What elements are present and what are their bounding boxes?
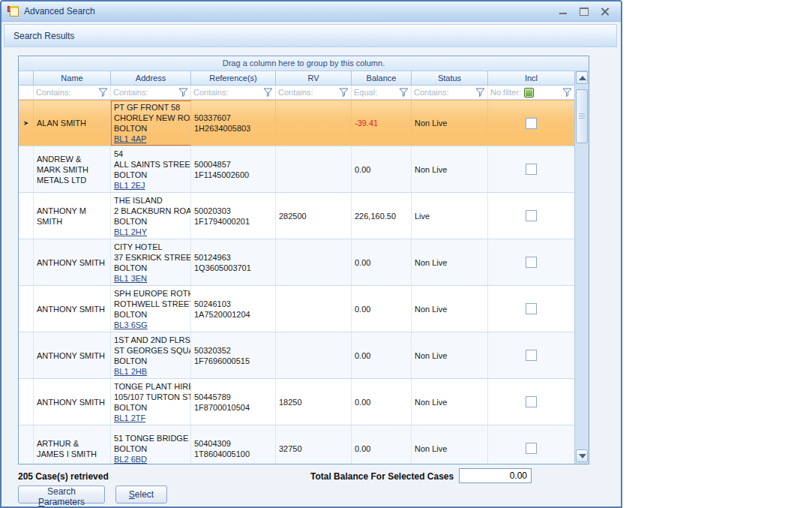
references-cell[interactable]: 504043091T8604005100 <box>191 425 276 464</box>
table-row[interactable]: ANTHONY SMITHTONGE PLANT HIRE105/107 TUR… <box>19 379 574 425</box>
close-icon[interactable] <box>600 7 610 16</box>
address-cell[interactable]: 51 TONGE BRIDGE W.BOLTONBL2 6BD <box>111 425 191 464</box>
group-by-bar[interactable]: Drag a column here to group by this colu… <box>19 56 589 71</box>
scroll-up-button[interactable] <box>576 71 588 84</box>
balance-cell[interactable]: 0.00 <box>352 425 412 464</box>
status-cell[interactable]: Non Live <box>412 239 488 285</box>
status-cell[interactable]: Non Live <box>412 425 488 464</box>
column-header-rv[interactable]: RV <box>276 71 352 86</box>
address-cell[interactable]: SPH EUROPE ROTHWROTHWELL STREETBOLTONBL3… <box>111 286 191 332</box>
filter-cell-name[interactable]: Contains: <box>34 86 111 99</box>
postcode-link[interactable]: BL1 2HB <box>114 367 147 376</box>
name-cell[interactable]: ANTHONY M SMITH <box>34 193 111 239</box>
vertical-scrollbar[interactable] <box>574 71 589 464</box>
incl-cell[interactable] <box>488 239 574 285</box>
rv-cell[interactable]: 32750 <box>276 425 352 464</box>
filter-cell-references[interactable]: Contains: <box>191 86 276 99</box>
balance-cell[interactable]: 0.00 <box>352 379 412 425</box>
references-cell[interactable]: 502461031A7520001204 <box>191 286 276 332</box>
table-row[interactable]: ANDREW & MARK SMITH METALS LTD54ALL SAIN… <box>19 146 574 193</box>
rv-cell[interactable]: 18250 <box>276 379 352 425</box>
column-header-name[interactable]: Name <box>34 71 111 86</box>
status-cell[interactable]: Non Live <box>412 101 488 146</box>
postcode-link[interactable]: BL1 2TF <box>114 413 145 422</box>
postcode-link[interactable]: BL1 2HY <box>114 227 147 236</box>
address-cell[interactable]: TONGE PLANT HIRE105/107 TURTON STRBOLTON… <box>111 379 191 425</box>
references-cell[interactable]: 503203521F7696000515 <box>191 332 276 378</box>
name-cell[interactable]: ANTHONY SMITH <box>34 286 111 332</box>
scroll-down-button[interactable] <box>576 449 588 462</box>
status-cell[interactable]: Non Live <box>412 146 488 192</box>
name-cell[interactable]: ANDREW & MARK SMITH METALS LTD <box>34 146 111 192</box>
references-cell[interactable]: 501249631Q3605003701 <box>191 239 276 285</box>
incl-cell[interactable] <box>488 101 574 146</box>
incl-checkbox[interactable] <box>526 118 537 129</box>
column-header-incl[interactable]: Incl <box>488 71 574 86</box>
incl-checkbox[interactable] <box>526 396 537 407</box>
name-cell[interactable]: ARTHUR & JAMES I SMITH <box>34 425 111 464</box>
no-filter-state-icon[interactable] <box>524 88 534 98</box>
table-row[interactable]: ANTHONY SMITH1ST AND 2ND FLRS UST GEORGE… <box>19 332 574 379</box>
balance-cell[interactable]: 0.00 <box>352 286 412 332</box>
minimize-icon[interactable] <box>558 7 568 16</box>
incl-cell[interactable] <box>488 425 574 464</box>
incl-checkbox[interactable] <box>526 257 537 268</box>
search-parameters-button[interactable]: Search Parameters <box>18 485 105 503</box>
rv-cell[interactable] <box>276 239 352 285</box>
titlebar[interactable]: Advanced Search <box>1 2 621 22</box>
name-cell[interactable]: ANTHONY SMITH <box>34 332 111 378</box>
funnel-filter-icon[interactable] <box>339 88 349 97</box>
column-header-references[interactable]: Reference(s) <box>191 71 276 86</box>
incl-checkbox[interactable] <box>526 164 537 175</box>
maximize-icon[interactable] <box>579 7 589 16</box>
incl-cell[interactable] <box>488 286 574 332</box>
balance-cell[interactable]: 0.00 <box>352 239 412 285</box>
name-cell[interactable]: ANTHONY SMITH <box>34 239 111 285</box>
name-cell[interactable]: ANTHONY SMITH <box>34 379 111 425</box>
references-cell[interactable]: 500048571F1145002600 <box>191 146 276 192</box>
balance-cell[interactable]: 0.00 <box>352 332 412 378</box>
total-balance-input[interactable] <box>459 468 532 483</box>
rv-cell[interactable] <box>276 332 352 378</box>
postcode-link[interactable]: BL1 2EJ <box>114 181 145 190</box>
rv-cell[interactable] <box>276 101 352 146</box>
incl-cell[interactable] <box>488 146 574 192</box>
funnel-filter-icon[interactable] <box>263 88 273 97</box>
column-header-address[interactable]: Address <box>111 71 191 86</box>
table-row[interactable]: ➤ALAN SMITHPT GF FRONT 58CHORLEY NEW ROA… <box>19 100 574 146</box>
funnel-filter-icon[interactable] <box>98 88 108 97</box>
filter-cell-rv[interactable]: Contains: <box>276 86 352 99</box>
rv-cell[interactable]: 282500 <box>276 193 352 239</box>
filter-cell-incl[interactable]: No filter: <box>488 86 574 99</box>
address-cell[interactable]: CITY HOTEL37 ESKRICK STREETBOLTONBL1 3EN <box>111 239 191 285</box>
table-row[interactable]: ANTHONY M SMITHTHE ISLAND2 BLACKBURN ROA… <box>19 193 574 239</box>
table-row[interactable]: ARTHUR & JAMES I SMITH51 TONGE BRIDGE W.… <box>19 425 574 464</box>
references-cell[interactable]: 500203031F1794000201 <box>191 193 276 239</box>
rv-cell[interactable] <box>276 286 352 332</box>
filter-cell-address[interactable]: Contains: <box>111 86 191 99</box>
funnel-filter-icon[interactable] <box>178 88 188 97</box>
funnel-filter-icon[interactable] <box>475 88 485 97</box>
funnel-filter-icon[interactable] <box>562 88 572 97</box>
status-cell[interactable]: Live <box>412 193 488 239</box>
balance-cell[interactable]: 0.00 <box>352 146 412 192</box>
postcode-link[interactable]: BL1 4AP <box>114 134 146 143</box>
table-row[interactable]: ANTHONY SMITHCITY HOTEL37 ESKRICK STREET… <box>19 239 574 286</box>
balance-cell[interactable]: 226,160.50 <box>352 193 412 239</box>
column-header-balance[interactable]: Balance <box>352 71 412 86</box>
references-cell[interactable]: 504457891F8700010504 <box>191 379 276 425</box>
balance-cell[interactable]: -39.41 <box>352 101 412 146</box>
tab-search-results[interactable]: Search Results <box>4 24 617 47</box>
column-header-status[interactable]: Status <box>412 71 488 86</box>
incl-cell[interactable] <box>488 379 574 425</box>
scrollbar-thumb[interactable] <box>576 89 588 143</box>
postcode-link[interactable]: BL3 6SG <box>114 320 148 329</box>
status-cell[interactable]: Non Live <box>412 379 488 425</box>
rv-cell[interactable] <box>276 146 352 192</box>
address-cell[interactable]: 54ALL SAINTS STREETBOLTONBL1 2EJ <box>111 146 191 192</box>
references-cell[interactable]: 503376071H2634005803 <box>191 101 276 146</box>
filter-cell-balance[interactable]: Equal: <box>352 86 412 99</box>
status-cell[interactable]: Non Live <box>412 332 488 378</box>
address-cell[interactable]: PT GF FRONT 58CHORLEY NEW ROADBOLTONBL1 … <box>111 101 191 146</box>
address-cell[interactable]: THE ISLAND2 BLACKBURN ROADBOLTONBL1 2HY <box>111 193 191 239</box>
